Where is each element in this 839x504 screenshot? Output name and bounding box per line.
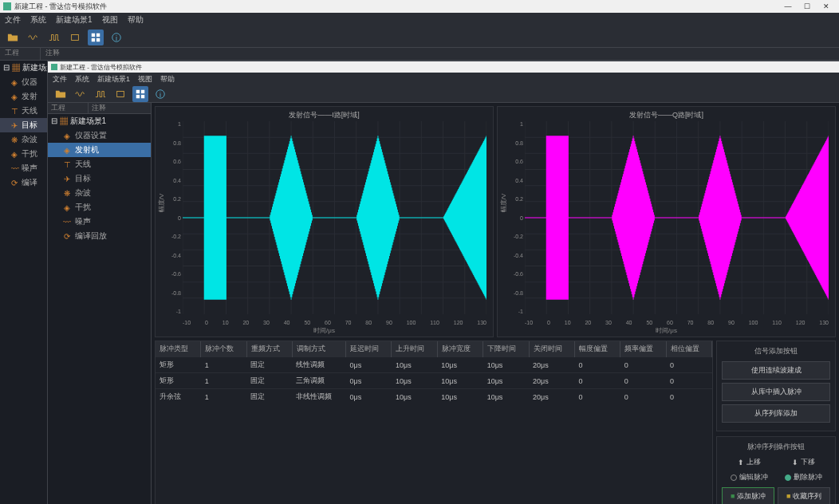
inner-tree-item[interactable]: ✈目标 xyxy=(48,171,151,186)
wave-icon[interactable] xyxy=(73,86,89,102)
outer-tree-header: 工程 注释 xyxy=(0,48,839,61)
pulse-table[interactable]: 脉冲类型脉冲个数重频方式调制方式延迟时间上升时间脉冲宽度下降时间关闭时间幅度偏置… xyxy=(155,341,713,504)
svg-rect-2 xyxy=(97,33,100,36)
svg-rect-11 xyxy=(141,94,144,97)
info-icon[interactable]: i xyxy=(108,30,124,45)
inner-tree-item[interactable]: ⟳编译回放 xyxy=(48,229,151,243)
svg-rect-3 xyxy=(92,37,95,41)
inner-menu-file[interactable]: 文件 xyxy=(53,74,67,85)
svg-rect-0 xyxy=(72,34,79,40)
svg-rect-9 xyxy=(141,89,144,93)
menu-system[interactable]: 系统 xyxy=(30,14,46,26)
outer-toolbar: i xyxy=(0,27,839,48)
btn-move-down[interactable]: ⬇ 下移 xyxy=(792,457,815,467)
svg-rect-4 xyxy=(97,37,100,41)
inner-tree-item[interactable]: ◈发射机 xyxy=(48,143,151,157)
maximize-button[interactable]: ☐ xyxy=(798,2,817,10)
inner-title-bar: 新建工程 - 雷达信号模拟软件 xyxy=(48,61,839,73)
btn-add-pulse[interactable]: 添加脉冲 xyxy=(722,487,774,504)
table-row[interactable]: 矩形1固定线性调频0μs10μs10μs10μs20μs000 xyxy=(156,357,712,373)
inner-menu-scene[interactable]: 新建场景1 xyxy=(97,74,130,85)
inner-window: 新建工程 - 雷达信号模拟软件 文件 系统 新建场景1 视图 帮助 i xyxy=(48,61,839,504)
outer-tree-item[interactable]: ❋杂波 xyxy=(0,132,47,147)
close-button[interactable]: ✕ xyxy=(817,2,836,10)
svg-text:i: i xyxy=(160,90,161,98)
table-row[interactable]: 升余弦1固定非线性调频0μs10μs10μs10μs20μs000 xyxy=(156,389,712,405)
table-row[interactable]: 矩形1固定三角调频0μs10μs10μs10μs20μs000 xyxy=(156,373,712,389)
btn-move-up[interactable]: ⬆ 上移 xyxy=(738,457,761,467)
pulse-icon[interactable] xyxy=(46,30,62,45)
outer-tree-item[interactable]: ◈干扰 xyxy=(0,147,47,161)
folder-icon[interactable] xyxy=(53,86,69,102)
inner-toolbar: i xyxy=(48,85,839,103)
inner-tree-item[interactable]: ❋杂波 xyxy=(48,186,151,200)
grid-icon[interactable] xyxy=(88,30,104,45)
inner-menu-view[interactable]: 视图 xyxy=(138,74,152,85)
btn-build-cw[interactable]: 使用连续波建成 xyxy=(722,361,830,380)
outer-menu-bar: 文件 系统 新建场景1 视图 帮助 xyxy=(0,13,839,27)
menu-view[interactable]: 视图 xyxy=(102,14,118,26)
radio-delete[interactable]: 删除脉冲 xyxy=(785,472,822,482)
app-icon xyxy=(3,2,11,10)
outer-window-title-bar: 新建工程 - 雷达信号模拟软件 — ☐ ✕ xyxy=(0,0,839,13)
inner-menu-bar: 文件 系统 新建场景1 视图 帮助 xyxy=(48,73,839,85)
panel-pulse-ops: 脉冲序列操作按钮 ⬆ 上移 ⬇ 下移 编辑脉冲 删除脉冲 xyxy=(716,436,836,504)
radio-edit[interactable]: 编辑脉冲 xyxy=(731,472,768,482)
outer-tree-item[interactable]: 〰噪声 xyxy=(0,161,47,175)
inner-tree-item[interactable]: 〰噪声 xyxy=(48,215,151,229)
svg-text:i: i xyxy=(116,33,117,41)
outer-tree-item[interactable]: ⟳编译 xyxy=(0,175,47,190)
inner-tree-item[interactable]: ⊤天线 xyxy=(48,157,151,171)
outer-tree: ⊟ ▦ 新建场景1 ◈仪器◈发射⊤天线✈目标❋杂波◈干扰〰噪声⟳编译 xyxy=(0,61,48,504)
inner-menu-help[interactable]: 帮助 xyxy=(160,74,175,85)
grid-icon[interactable] xyxy=(132,86,148,102)
svg-rect-1 xyxy=(92,33,95,36)
chart: 发射信号——Q路[时域] 幅度/V 10.80.60.40.20-0.2-0.4… xyxy=(497,106,836,337)
inner-menu-system[interactable]: 系统 xyxy=(75,74,89,85)
inner-tree: 工程 注释 ⊟ ▦ 新建场景1 ◈仪器设置◈发射机⊤天线✈目标❋杂波◈干扰〰噪声… xyxy=(48,103,152,504)
menu-scene[interactable]: 新建场景1 xyxy=(56,14,93,26)
folder-icon[interactable] xyxy=(5,30,21,45)
btn-collapse-seq[interactable]: 收藏序列 xyxy=(778,487,830,504)
inner-tree-root[interactable]: ⊟ ▦ 新建场景1 xyxy=(48,114,151,128)
wave-icon[interactable] xyxy=(26,30,41,45)
chart: 发射信号——I路[时域] 幅度/V 10.80.60.40.20-0.2-0.4… xyxy=(155,106,494,337)
outer-title-text: 新建工程 - 雷达信号模拟软件 xyxy=(14,2,107,12)
outer-tree-item[interactable]: ⊤天线 xyxy=(0,104,47,118)
device-icon[interactable] xyxy=(112,86,128,102)
info-icon[interactable]: i xyxy=(152,86,168,102)
menu-file[interactable]: 文件 xyxy=(5,14,21,26)
outer-tree-item[interactable]: ◈仪器 xyxy=(0,75,47,89)
btn-insert-from-lib[interactable]: 从库中插入脉冲 xyxy=(722,383,830,401)
outer-tree-root[interactable]: ⊟ ▦ 新建场景1 xyxy=(0,61,47,75)
panel-signal-add: 信号添加按钮 使用连续波建成 从库中插入脉冲 从序列库添加 xyxy=(716,341,836,431)
app-icon xyxy=(51,64,57,70)
inner-tree-item[interactable]: ◈干扰 xyxy=(48,200,151,215)
inner-tree-item[interactable]: ◈仪器设置 xyxy=(48,128,151,143)
svg-rect-7 xyxy=(117,91,124,96)
svg-rect-8 xyxy=(136,89,140,93)
btn-add-from-seqlib[interactable]: 从序列库添加 xyxy=(722,404,830,423)
pulse-icon[interactable] xyxy=(93,86,108,102)
outer-tree-item[interactable]: ◈发射 xyxy=(0,89,47,104)
minimize-button[interactable]: — xyxy=(778,2,798,10)
outer-tree-item[interactable]: ✈目标 xyxy=(0,118,47,132)
device-icon[interactable] xyxy=(67,30,83,45)
menu-help[interactable]: 帮助 xyxy=(128,14,144,26)
svg-rect-10 xyxy=(136,94,140,97)
